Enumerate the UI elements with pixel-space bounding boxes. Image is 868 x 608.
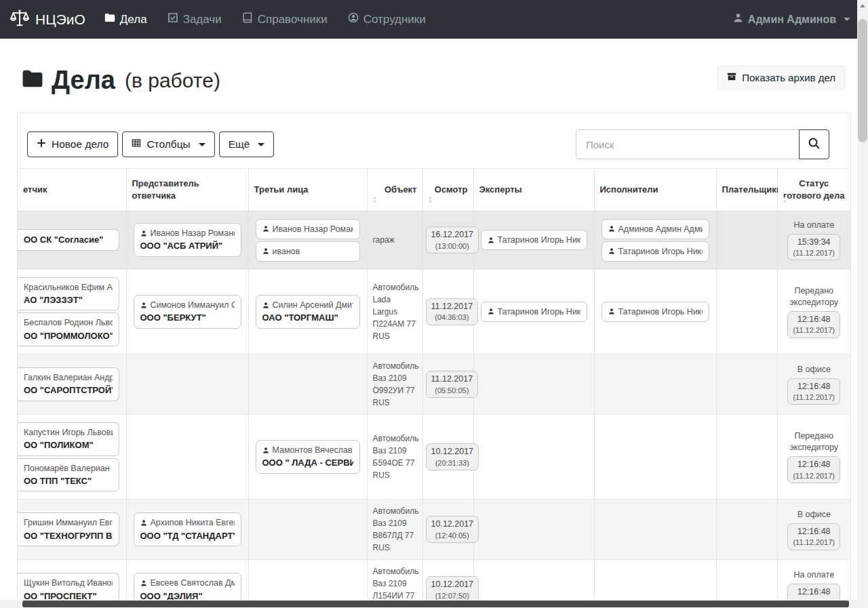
vertical-scrollbar-thumb[interactable] — [858, 19, 867, 142]
brand[interactable]: НЦЭиО — [9, 7, 85, 31]
person-name: Симонов Иммануил Серге — [140, 299, 235, 311]
respondent-cell: Красильников Ефим АндреАО "ЛЭЗЗЭТ"Беспал… — [18, 269, 126, 354]
columns-button[interactable]: Столбцы — [122, 131, 214, 157]
person-card[interactable]: Гришин Иммануил ЕвгеньОО "ТЕХНОГРУПП В" — [18, 512, 119, 546]
table-row[interactable]: Гришин Иммануил ЕвгеньОО "ТЕХНОГРУПП В"А… — [18, 500, 850, 560]
table-row[interactable]: Галкин Валериан АндреевОО "САРОПТСТРОЙ"А… — [18, 354, 850, 415]
horizontal-scrollbar-thumb[interactable] — [22, 601, 849, 607]
person-card[interactable]: Иванов Назар Романович — [256, 219, 360, 239]
column-header[interactable]: Исполнители — [594, 169, 716, 211]
nav-item-label: Сотрудники — [363, 13, 426, 26]
cards-cell: Татаринов Игорь Николае — [594, 269, 716, 354]
person-card[interactable]: Беспалов Родион ЛьвовичОО "ПРОММОЛОКО" — [18, 312, 119, 346]
person-icon — [488, 308, 494, 315]
more-button[interactable]: Ещё — [219, 131, 275, 157]
object-cell: Автомобиль Lada Largus П224АМ 77 RUS — [367, 269, 422, 354]
show-archive-label: Показать архив дел — [742, 72, 835, 83]
person-card[interactable]: Иванов Назар РомановичООО "АСБ АТРИЙ" — [134, 223, 241, 257]
person-name: Капустин Игорь Львович — [24, 426, 113, 439]
scroll-up-arrow-icon[interactable] — [857, 0, 868, 11]
cards-cell — [126, 415, 248, 500]
person-name: Татаринов Игорь Николае — [608, 306, 703, 318]
app: НЦЭиО ДелаЗадачиСправочникиСотрудники Ад… — [0, 0, 868, 608]
cards-cell — [473, 354, 594, 415]
column-header-label: Представитель ответчика — [132, 178, 199, 201]
toolbar: Новое дело Столбцы Ещё — [18, 113, 850, 169]
status-label: Передано экспедитору — [782, 430, 847, 453]
column-header[interactable]: Плательщики — [716, 169, 777, 211]
vertical-scrollbar[interactable] — [857, 0, 868, 608]
person-icon — [140, 302, 147, 309]
page-subtitle: (в работе) — [125, 69, 220, 92]
column-header-label: етчик — [23, 184, 47, 195]
column-header[interactable]: Осмотр — [422, 169, 473, 211]
nav-item-label: Задачи — [183, 13, 222, 26]
status-label: На оплате — [782, 220, 847, 231]
person-card[interactable]: Татаринов Игорь Николае — [481, 230, 587, 250]
respondent-cell: ОО СК "Согласие" — [18, 211, 126, 269]
person-name: Архипов Никита Евгеньеви — [140, 516, 235, 529]
person-card[interactable]: Симонов Иммануил СергеООО "БЕРКУТ" — [134, 295, 241, 329]
nav-item-3[interactable]: Справочники — [242, 12, 328, 26]
column-header-label: Третьи лица — [254, 184, 309, 195]
person-card[interactable]: иванов — [256, 241, 360, 262]
person-name: Иванов Назар Романович — [140, 227, 235, 239]
person-name: Татаринов Игорь Николае — [488, 234, 580, 246]
cards-cell — [473, 415, 594, 500]
status-label: В офисе — [782, 509, 847, 521]
organization-name: ООО " ЛАДА - СЕРВИС" — [262, 456, 353, 470]
column-header[interactable]: Третьи лица — [248, 169, 367, 211]
show-archive-button[interactable]: Показать архив дел — [717, 65, 846, 90]
person-card[interactable]: Красильников Ефим АндреАО "ЛЭЗЗЭТ" — [18, 277, 119, 311]
person-name: Татаринов Игорь Николае — [488, 306, 580, 318]
search-button[interactable] — [799, 129, 829, 159]
organization-name: АО "ЛЭЗЗЭТ" — [24, 293, 113, 307]
inspection-cell: 10.12.2017(20:31:33) — [422, 415, 473, 500]
column-header[interactable]: Объект — [367, 169, 422, 211]
organization-name: ООО "БЕРКУТ" — [140, 311, 235, 325]
table-row[interactable]: Красильников Ефим АндреАО "ЛЭЗЗЭТ"Беспал… — [18, 269, 850, 354]
object-cell: Автомобиль Ваз 2109 В867ЛД 77 RUS — [367, 500, 422, 560]
inspection-cell: 11.12.2017(05:50:05) — [422, 354, 473, 415]
person-card[interactable]: Админов Админ Админов — [601, 219, 709, 239]
search-input[interactable] — [576, 129, 800, 159]
person-card[interactable]: Мамонтов Вячеслав РоманООО " ЛАДА - СЕРВ… — [256, 440, 360, 474]
cards-cell — [473, 500, 594, 560]
person-card[interactable]: Архипов Никита ЕвгеньевиООО "ТД "СТАНДАР… — [134, 512, 241, 546]
page-head: Дела (в работе) Показать архив дел — [0, 39, 868, 95]
organization-name: ОО "ПРОММОЛОКО" — [24, 329, 113, 343]
nav-item-4[interactable]: Сотрудники — [348, 12, 426, 26]
column-header[interactable]: етчик — [18, 169, 126, 211]
person-icon — [488, 237, 494, 244]
horizontal-scrollbar[interactable] — [0, 600, 857, 608]
person-card[interactable]: Силин Арсений ДмитриевиОАО "ТОРГМАШ" — [256, 295, 360, 329]
time-badge: 10.12.2017(20:31:33) — [426, 443, 479, 470]
status-cell: Передано экспедитору12:16:48(11.12.2017) — [777, 269, 850, 354]
person-card[interactable]: Татаринов Игорь Николае — [601, 241, 709, 262]
search-group — [576, 129, 829, 159]
person-card[interactable]: Галкин Валериан АндреевОО "САРОПТСТРОЙ" — [18, 367, 119, 401]
person-card[interactable]: Пономарёв Валериан ЕвгеОО ТПП "ТЕКС" — [18, 458, 119, 492]
person-card[interactable]: Капустин Игорь ЛьвовичОО "ПОЛИКОМ" — [18, 422, 119, 456]
folder-icon — [104, 12, 115, 26]
cards-cell — [716, 269, 777, 354]
nav-item-2[interactable]: Задачи — [167, 12, 222, 26]
new-case-button[interactable]: Новое дело — [27, 131, 118, 157]
user-menu[interactable]: Админ Админов — [733, 13, 850, 26]
tasks-icon — [167, 12, 178, 26]
search-icon — [808, 137, 821, 152]
person-card[interactable]: Татаринов Игорь Николае — [601, 302, 709, 322]
person-icon — [262, 447, 269, 454]
person-icon — [140, 230, 147, 237]
table-row[interactable]: ОО СК "Согласие"Иванов Назар РомановичОО… — [18, 211, 850, 269]
person-card[interactable]: Татаринов Игорь Николае — [481, 302, 587, 322]
column-header[interactable]: Представитель ответчика — [126, 169, 248, 211]
user-icon — [733, 13, 743, 26]
column-header[interactable]: Статус готового дела — [777, 169, 850, 211]
table-row[interactable]: Капустин Игорь ЛьвовичОО "ПОЛИКОМ"Понома… — [18, 415, 850, 500]
new-case-label: Новое дело — [52, 138, 108, 150]
nav-item-1[interactable]: Дела — [104, 12, 147, 26]
column-header[interactable]: Эксперты — [473, 169, 594, 211]
person-card[interactable]: ОО СК "Согласие" — [18, 229, 119, 251]
plus-icon — [37, 138, 46, 150]
